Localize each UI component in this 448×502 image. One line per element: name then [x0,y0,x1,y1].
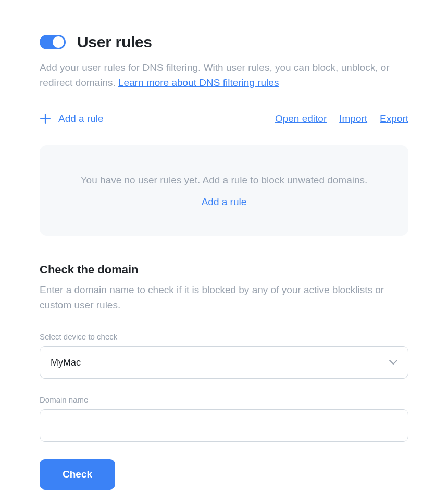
learn-more-link[interactable]: Learn more about DNS filtering rules [118,77,279,88]
toolbar: Add a rule Open editor Import Export [40,113,408,124]
user-rules-toggle[interactable] [40,35,66,49]
check-button[interactable]: Check [40,459,115,490]
empty-state-message: You have no user rules yet. Add a rule t… [55,174,393,186]
device-select-value: MyMac [51,357,81,368]
user-rules-panel: User rules Add your user rules for DNS f… [0,0,448,502]
export-link[interactable]: Export [380,113,408,124]
empty-state: You have no user rules yet. Add a rule t… [40,145,408,236]
device-select-label: Select device to check [40,332,408,341]
page-subtitle: Add your user rules for DNS filtering. W… [40,60,394,90]
open-editor-link[interactable]: Open editor [275,113,327,124]
header-row: User rules [40,33,408,51]
import-link[interactable]: Import [339,113,367,124]
add-rule-label: Add a rule [58,113,104,124]
page-title: User rules [77,33,152,51]
toggle-knob [53,36,64,48]
domain-input-label: Domain name [40,395,408,404]
add-rule-button[interactable]: Add a rule [40,113,104,124]
toolbar-right: Open editor Import Export [275,113,408,124]
device-select[interactable]: MyMac [40,346,408,379]
domain-input[interactable] [40,409,408,442]
empty-state-add-rule-link[interactable]: Add a rule [202,196,247,207]
check-domain-title: Check the domain [40,263,408,277]
plus-icon [40,113,51,124]
device-select-wrap: MyMac [40,346,408,379]
check-domain-desc: Enter a domain name to check if it is bl… [40,283,394,312]
